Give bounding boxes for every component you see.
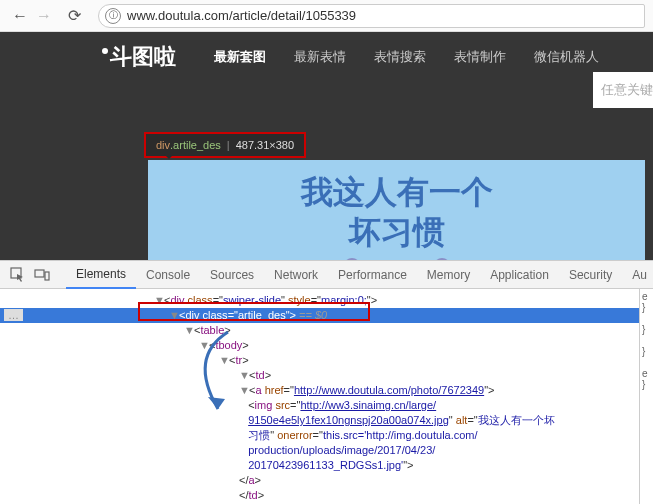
reload-button[interactable]: ⟳ [62, 4, 86, 28]
tooltip-class: .artile_des [170, 139, 221, 151]
inspect-icon[interactable] [10, 267, 26, 283]
address-bar[interactable]: ⓘ www.doutula.com/article/detail/1055339 [98, 4, 645, 28]
tab-performance[interactable]: Performance [328, 261, 417, 289]
back-button[interactable]: ← [8, 4, 32, 28]
tab-sources[interactable]: Sources [200, 261, 264, 289]
selected-node[interactable]: ▼<div class="artile_des"> == $0 [0, 308, 639, 323]
tab-elements[interactable]: Elements [66, 261, 136, 289]
url-text: www.doutula.com/article/detail/1055339 [127, 8, 638, 23]
nav-item-search-emoji[interactable]: 表情搜索 [360, 48, 440, 66]
tooltip-separator: | [227, 139, 230, 151]
meme-text-line2: 坏习惯 [349, 212, 445, 252]
svg-rect-1 [35, 270, 44, 277]
inspect-tooltip: div.artile_des | 487.31×380 [144, 132, 306, 158]
nav-item-wechat-bot[interactable]: 微信机器人 [520, 48, 613, 66]
meme-text-line1: 我这人有一个 [301, 172, 493, 212]
nav-item-make-emoji[interactable]: 表情制作 [440, 48, 520, 66]
tooltip-dimensions: 487.31×380 [236, 139, 294, 151]
info-icon: ⓘ [105, 8, 121, 24]
tab-audits[interactable]: Au [622, 261, 653, 289]
search-input[interactable]: 任意关键 [593, 72, 653, 108]
meme-character [307, 258, 487, 260]
tab-console[interactable]: Console [136, 261, 200, 289]
svg-rect-2 [45, 272, 49, 280]
inspected-element: 我这人有一个 坏习惯 [148, 160, 645, 260]
tooltip-tag: div [156, 139, 170, 151]
device-icon[interactable] [34, 267, 50, 283]
site-logo[interactable]: 斗图啦 [110, 42, 176, 72]
breadcrumb-dots[interactable]: … [4, 309, 23, 321]
tab-application[interactable]: Application [480, 261, 559, 289]
nav-item-latest-set[interactable]: 最新套图 [200, 48, 280, 66]
tab-memory[interactable]: Memory [417, 261, 480, 289]
tab-network[interactable]: Network [264, 261, 328, 289]
nav-item-latest-emoji[interactable]: 最新表情 [280, 48, 360, 66]
forward-button[interactable]: → [32, 4, 56, 28]
tab-security[interactable]: Security [559, 261, 622, 289]
styles-panel-edge: e} } } e} [639, 289, 653, 504]
elements-source[interactable]: … ▼<div class="swiper-slide" style="marg… [0, 289, 639, 504]
